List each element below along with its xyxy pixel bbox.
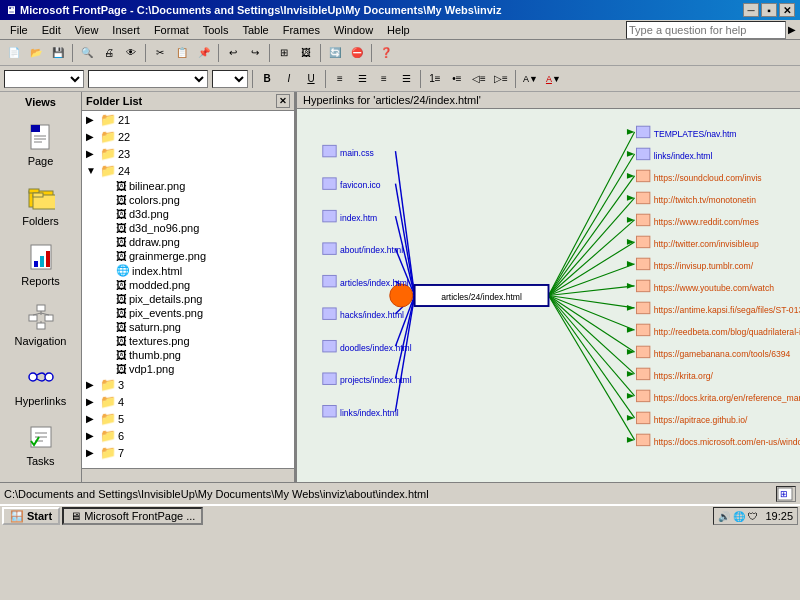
help-input[interactable]: [626, 21, 786, 39]
view-folders[interactable]: Folders: [6, 176, 76, 232]
svg-rect-10: [34, 261, 38, 267]
tree-item[interactable]: 🖼textures.png: [82, 334, 294, 348]
insert-component-btn[interactable]: ⊞: [274, 43, 294, 63]
menu-table[interactable]: Table: [236, 23, 274, 37]
stop-btn[interactable]: ⛔: [347, 43, 367, 63]
tree-expand-icon[interactable]: ▶: [86, 114, 100, 125]
tree-item[interactable]: ▼📁24: [82, 162, 294, 179]
numberedlist-btn[interactable]: 1≡: [425, 69, 445, 89]
stop-icon: ⛔: [351, 47, 363, 58]
save-btn[interactable]: 💾: [48, 43, 68, 63]
font-select[interactable]: [88, 70, 208, 88]
menu-insert[interactable]: Insert: [106, 23, 146, 37]
underline-btn[interactable]: U: [301, 69, 321, 89]
align-right-btn[interactable]: ≡: [374, 69, 394, 89]
folder-icon: 📁: [100, 394, 116, 409]
tree-expand-icon[interactable]: ▶: [86, 148, 100, 159]
tree-item[interactable]: 🖼vdp1.png: [82, 362, 294, 376]
new-btn[interactable]: 📄: [4, 43, 24, 63]
tree-expand-icon[interactable]: ▼: [86, 165, 100, 176]
menu-tools[interactable]: Tools: [197, 23, 235, 37]
menu-edit[interactable]: Edit: [36, 23, 67, 37]
close-button[interactable]: ✕: [779, 3, 795, 17]
svg-text:http://reedbeta.com/blog/quadr: http://reedbeta.com/blog/quadrilateral-i…: [654, 327, 800, 337]
view-tasks[interactable]: Tasks: [6, 416, 76, 472]
copy-btn[interactable]: 📋: [172, 43, 192, 63]
folder-scrollbar-h[interactable]: [82, 468, 294, 482]
tree-item[interactable]: 🖼d3d.png: [82, 207, 294, 221]
tree-item[interactable]: ▶📁4: [82, 393, 294, 410]
tree-expand-icon[interactable]: ▶: [86, 447, 100, 458]
view-hyperlinks[interactable]: Hyperlinks: [6, 356, 76, 412]
refresh-btn[interactable]: 🔄: [325, 43, 345, 63]
bulletlist-btn[interactable]: •≡: [447, 69, 467, 89]
tree-item[interactable]: 🖼saturn.png: [82, 320, 294, 334]
folder-tree[interactable]: ▶📁21▶📁22▶📁23▼📁24🖼bilinear.png🖼colors.png…: [82, 111, 294, 468]
bold-btn[interactable]: B: [257, 69, 277, 89]
font-color-btn[interactable]: A▼: [543, 69, 564, 89]
help2-btn[interactable]: ❓: [376, 43, 396, 63]
tree-expand-icon[interactable]: ▶: [86, 413, 100, 424]
tree-item[interactable]: 🖼grainmerge.png: [82, 249, 294, 263]
print-btn[interactable]: 🖨: [99, 43, 119, 63]
insert-picture-btn[interactable]: 🖼: [296, 43, 316, 63]
restore-button[interactable]: ▪: [761, 3, 777, 17]
menu-frames[interactable]: Frames: [277, 23, 326, 37]
align-center-btn[interactable]: ☰: [352, 69, 372, 89]
tree-item[interactable]: ▶📁3: [82, 376, 294, 393]
align-justify-btn[interactable]: ☰: [396, 69, 416, 89]
menu-file[interactable]: File: [4, 23, 34, 37]
svg-text:https://gamebanana.com/tools/6: https://gamebanana.com/tools/6394: [654, 349, 791, 359]
undo-btn[interactable]: ↩: [223, 43, 243, 63]
view-reports[interactable]: Reports: [6, 236, 76, 292]
paste-btn[interactable]: 📌: [194, 43, 214, 63]
tree-item[interactable]: ▶📁22: [82, 128, 294, 145]
tree-item[interactable]: 🖼modded.png: [82, 278, 294, 292]
style-select[interactable]: [4, 70, 84, 88]
italic-btn[interactable]: I: [279, 69, 299, 89]
highlight-color-btn[interactable]: A▼: [520, 69, 541, 89]
cut-btn[interactable]: ✂: [150, 43, 170, 63]
tree-item[interactable]: 🖼colors.png: [82, 193, 294, 207]
tree-item[interactable]: ▶📁21: [82, 111, 294, 128]
folder-icon: 📁: [100, 112, 116, 127]
hyperlinks-content[interactable]: articles/24/index.htmlmain.cssfavicon.ic…: [297, 109, 800, 482]
tree-item[interactable]: ▶📁5: [82, 410, 294, 427]
start-button[interactable]: 🪟 Start: [2, 507, 60, 525]
redo-btn[interactable]: ↪: [245, 43, 265, 63]
menu-help[interactable]: Help: [381, 23, 416, 37]
tree-expand-icon[interactable]: ▶: [86, 430, 100, 441]
sep3: [218, 44, 219, 62]
tree-item[interactable]: 🖼thumb.png: [82, 348, 294, 362]
menu-format[interactable]: Format: [148, 23, 195, 37]
minimize-button[interactable]: ─: [743, 3, 759, 17]
tree-item[interactable]: 🖼d3d_no96.png: [82, 221, 294, 235]
tree-item[interactable]: 🖼bilinear.png: [82, 179, 294, 193]
tree-item[interactable]: 🖼ddraw.png: [82, 235, 294, 249]
taskbar-frontpage[interactable]: 🖥 Microsoft FrontPage ...: [62, 507, 203, 525]
component-icon: ⊞: [280, 47, 288, 58]
menu-window[interactable]: Window: [328, 23, 379, 37]
tree-item[interactable]: ▶📁7: [82, 444, 294, 461]
tree-item[interactable]: 🖼pix_events.png: [82, 306, 294, 320]
tree-item[interactable]: ▶📁6: [82, 427, 294, 444]
menu-view[interactable]: View: [69, 23, 105, 37]
preview-btn[interactable]: 👁: [121, 43, 141, 63]
tree-item[interactable]: 🌐index.html: [82, 263, 294, 278]
view-navigation[interactable]: Navigation: [6, 296, 76, 352]
tree-item[interactable]: ▶📁23: [82, 145, 294, 162]
tree-expand-icon[interactable]: ▶: [86, 131, 100, 142]
tree-expand-icon[interactable]: ▶: [86, 396, 100, 407]
help-arrow-icon[interactable]: ▶: [788, 24, 796, 35]
open-btn[interactable]: 📂: [26, 43, 46, 63]
window-title: Microsoft FrontPage - C:\Documents and S…: [20, 4, 501, 16]
decrease-indent-btn[interactable]: ◁≡: [469, 69, 489, 89]
increase-indent-btn[interactable]: ▷≡: [491, 69, 511, 89]
tree-item[interactable]: 🖼pix_details.png: [82, 292, 294, 306]
search-btn[interactable]: 🔍: [77, 43, 97, 63]
view-page[interactable]: Page: [6, 116, 76, 172]
align-left-btn[interactable]: ≡: [330, 69, 350, 89]
folder-close-button[interactable]: ✕: [276, 94, 290, 108]
tree-expand-icon[interactable]: ▶: [86, 379, 100, 390]
font-size-select[interactable]: [212, 70, 248, 88]
